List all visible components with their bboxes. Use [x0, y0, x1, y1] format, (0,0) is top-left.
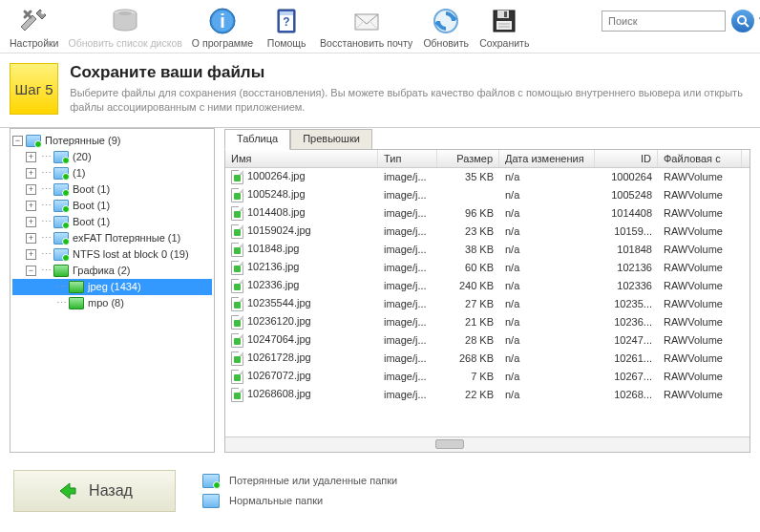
back-button[interactable]: Назад	[13, 470, 176, 512]
folder-green-icon	[69, 297, 84, 309]
table-row[interactable]: 101848.jpgimage/j...38 KBn/a101848RAWVol…	[225, 241, 749, 259]
table-row[interactable]: 10236120.jpgimage/j...21 KBn/a10236...RA…	[225, 313, 749, 331]
file-image-icon	[231, 315, 243, 330]
file-image-icon	[231, 370, 243, 384]
tab-table[interactable]: Таблица	[224, 129, 290, 150]
file-image-icon	[231, 351, 243, 366]
table-row[interactable]: 10159024.jpgimage/j...23 KBn/a10159...RA…	[225, 223, 749, 241]
tree-item[interactable]: +⋯ (20)	[12, 149, 212, 165]
svg-rect-13	[497, 11, 509, 18]
envelope-icon	[351, 6, 382, 36]
folder-green-icon	[53, 265, 69, 277]
search-input[interactable]	[602, 11, 726, 32]
tree-root[interactable]: − Потерянные (9)	[12, 133, 212, 149]
svg-rect-14	[504, 11, 507, 17]
horizontal-scrollbar[interactable]	[225, 436, 749, 452]
wizard-header: Шаг 5 Сохраните ваши файлы Выберите файл…	[0, 53, 760, 128]
table-body[interactable]: 1000264.jpgimage/j...35 KBn/a1000264RAWV…	[225, 168, 749, 436]
table-row[interactable]: 102136.jpgimage/j...60 KBn/a102136RAWVol…	[225, 259, 749, 277]
col-name[interactable]: Имя	[225, 150, 378, 167]
file-image-icon	[231, 297, 243, 311]
table-row[interactable]: 102336.jpgimage/j...240 KBn/a102336RAWVo…	[225, 277, 749, 295]
file-image-icon	[231, 243, 243, 257]
svg-line-19	[745, 23, 749, 27]
file-image-icon	[231, 279, 243, 293]
refresh-button[interactable]: Обновить	[418, 4, 474, 51]
hdd-icon	[110, 6, 140, 36]
table-row[interactable]: 1014408.jpgimage/j...96 KBn/a1014408RAWV…	[225, 204, 749, 223]
step-badge: Шаг 5	[10, 63, 58, 115]
footer-bar: Назад Потерянные или удаленные папки Нор…	[0, 458, 760, 521]
table-row[interactable]: 10247064.jpgimage/j...28 KBn/a10247...RA…	[225, 331, 749, 350]
folder-lost-icon	[53, 151, 69, 163]
tree-item[interactable]: −⋯Графика (2)	[12, 263, 212, 279]
svg-rect-15	[496, 21, 512, 30]
svg-point-2	[118, 11, 132, 15]
page-subtitle: Выберите файлы для сохранения (восстанов…	[70, 86, 750, 116]
search-area	[602, 10, 754, 32]
folder-normal-icon	[202, 494, 220, 508]
file-table: Имя Тип Размер Дата изменения ID Файлова…	[224, 149, 750, 453]
legend: Потерянные или удаленные папки Нормальны…	[202, 474, 397, 508]
tree-item[interactable]: +⋯NTFS lost at block 0 (19)	[12, 246, 212, 263]
file-image-icon	[231, 333, 243, 348]
folder-lost-icon	[53, 167, 69, 180]
table-row[interactable]: 1000264.jpgimage/j...35 KBn/a1000264RAWV…	[225, 168, 749, 186]
file-image-icon	[231, 224, 243, 239]
table-header: Имя Тип Размер Дата изменения ID Файлова…	[225, 150, 749, 168]
file-image-icon	[231, 188, 243, 202]
restore-mail-button[interactable]: Восстановить почту	[316, 4, 416, 51]
folder-lost-icon	[53, 216, 69, 228]
svg-text:?: ?	[283, 15, 289, 29]
col-fs[interactable]: Файловая с	[658, 150, 742, 167]
table-row[interactable]: 10267072.jpgimage/j...7 KBn/a10267...RAW…	[225, 368, 749, 386]
file-image-icon	[231, 170, 243, 184]
folder-tree[interactable]: − Потерянные (9) +⋯ (20)+⋯ (1)+⋯Boot (1)…	[10, 128, 215, 453]
folder-lost-icon	[26, 135, 41, 147]
tree-item[interactable]: +⋯Boot (1)	[12, 181, 212, 198]
col-id[interactable]: ID	[595, 150, 658, 167]
tree-item[interactable]: ⋯mpo (8)	[12, 295, 212, 311]
wrench-icon	[19, 6, 50, 36]
col-date[interactable]: Дата изменения	[499, 150, 595, 167]
about-button[interactable]: i О программе	[188, 4, 257, 51]
file-image-icon	[231, 206, 243, 221]
folder-lost-icon	[53, 200, 69, 212]
tab-thumbs[interactable]: Превьюшки	[290, 129, 372, 150]
info-icon: i	[207, 6, 238, 36]
help-button[interactable]: ? Помощь	[259, 4, 314, 51]
table-row[interactable]: 10261728.jpgimage/j...268 KBn/a10261...R…	[225, 350, 749, 368]
table-row[interactable]: 10235544.jpgimage/j...27 KBn/a10235...RA…	[225, 295, 749, 313]
folder-lost-icon	[53, 232, 69, 245]
floppy-icon	[489, 6, 519, 36]
view-tabs: Таблица Превьюшки	[224, 128, 750, 149]
svg-text:i: i	[220, 11, 225, 32]
svg-point-0	[41, 11, 45, 14]
table-row[interactable]: 10268608.jpgimage/j...22 KBn/a10268...RA…	[225, 386, 749, 404]
folder-lost-icon	[53, 248, 69, 261]
file-image-icon	[231, 388, 243, 402]
folder-lost-icon	[202, 474, 220, 488]
search-button[interactable]	[731, 10, 754, 32]
file-image-icon	[231, 261, 243, 275]
settings-button[interactable]: Настройки	[6, 4, 63, 51]
tree-item[interactable]: +⋯Boot (1)	[12, 214, 212, 230]
folder-green-icon	[69, 281, 84, 293]
book-icon: ?	[271, 6, 302, 36]
col-type[interactable]: Тип	[378, 150, 437, 167]
arrow-left-icon	[56, 480, 77, 501]
svg-point-18	[738, 16, 746, 24]
refresh-icon	[431, 6, 461, 36]
refresh-disks-button[interactable]: Обновить список дисков	[65, 4, 186, 51]
tree-item[interactable]: +⋯Boot (1)	[12, 198, 212, 214]
tree-item[interactable]: ⋯jpeg (1434)	[12, 279, 212, 295]
save-button[interactable]: Сохранить	[475, 4, 533, 51]
main-toolbar: Настройки Обновить список дисков i О про…	[0, 0, 760, 53]
page-title: Сохраните ваши файлы	[70, 63, 750, 82]
tree-item[interactable]: +⋯exFAT Потерянные (1)	[12, 230, 212, 246]
col-size[interactable]: Размер	[437, 150, 499, 167]
tree-item[interactable]: +⋯ (1)	[12, 165, 212, 181]
folder-lost-icon	[53, 183, 69, 196]
table-row[interactable]: 1005248.jpgimage/j...n/a1005248RAWVolume	[225, 186, 749, 204]
